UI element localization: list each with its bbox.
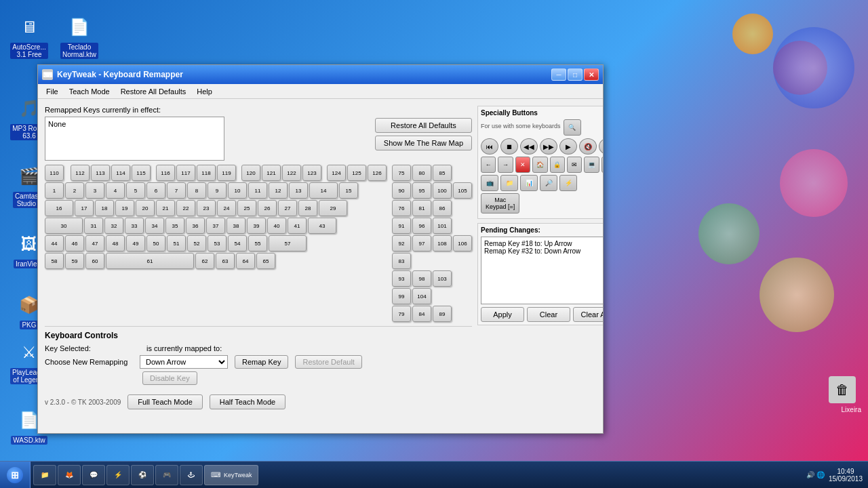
spec-btn-folder[interactable]: 📁: [500, 175, 518, 191]
key-29[interactable]: 29: [319, 200, 347, 216]
key-50[interactable]: 50: [146, 235, 165, 251]
recycle-icon[interactable]: 🗑: [829, 376, 856, 403]
spec-btn-prev[interactable]: ⏮: [481, 138, 498, 155]
key-106[interactable]: 106: [453, 235, 472, 251]
key-31[interactable]: 31: [84, 218, 103, 234]
spec-btn-play[interactable]: ▶: [559, 138, 577, 155]
key-75[interactable]: 75: [392, 165, 411, 181]
key-6[interactable]: 6: [146, 182, 165, 199]
key-59[interactable]: 59: [65, 253, 84, 269]
key-110[interactable]: 110: [45, 165, 64, 181]
spec-btn-mail[interactable]: ✉: [567, 157, 582, 173]
key-89[interactable]: 89: [433, 306, 452, 322]
key-108[interactable]: 108: [433, 235, 452, 251]
key-98[interactable]: 98: [412, 270, 431, 287]
close-button[interactable]: ✕: [584, 68, 599, 81]
disable-key-button[interactable]: Disable Key: [142, 371, 197, 385]
key-64[interactable]: 64: [236, 253, 255, 269]
spec-btn-mute[interactable]: 🔇: [579, 138, 597, 155]
key-116[interactable]: 116: [156, 165, 175, 181]
window-titlebar[interactable]: ⌨ KeyTweak - Keyboard Remapper ─ □ ✕: [38, 65, 603, 84]
key-53[interactable]: 53: [208, 235, 226, 251]
apply-button[interactable]: Apply: [481, 307, 524, 322]
spec-btn-stop[interactable]: ⏹: [500, 138, 518, 155]
desktop-icon-autoscreen[interactable]: 🖥 AutoScre...3.1 Free: [5, 14, 53, 59]
key-24[interactable]: 24: [217, 200, 236, 216]
remapped-box[interactable]: None: [45, 117, 224, 161]
key-122[interactable]: 122: [282, 165, 301, 181]
key-123[interactable]: 123: [302, 165, 321, 181]
key-47[interactable]: 47: [85, 235, 104, 251]
key-96[interactable]: 96: [412, 218, 431, 234]
spec-btn-computer[interactable]: 💻: [584, 157, 599, 173]
key-14[interactable]: 14: [309, 182, 338, 199]
key-80[interactable]: 80: [412, 165, 431, 181]
key-28[interactable]: 28: [298, 200, 317, 216]
taskbar-item-pokeball[interactable]: ⚽: [131, 465, 154, 485]
spec-btn-lock[interactable]: 🔒: [550, 157, 565, 173]
key-22[interactable]: 22: [176, 200, 195, 216]
mac-keypad-button[interactable]: MacKeypad [=]: [481, 193, 519, 214]
taskbar-item-firefox[interactable]: 🦊: [58, 465, 81, 485]
key-4[interactable]: 4: [106, 182, 125, 199]
key-93[interactable]: 93: [392, 270, 411, 287]
key-51[interactable]: 51: [167, 235, 186, 251]
key-115[interactable]: 115: [132, 165, 151, 181]
spec-btn-fwd[interactable]: ▶▶: [540, 138, 557, 155]
maximize-button[interactable]: □: [568, 68, 583, 81]
key-79[interactable]: 79: [392, 306, 411, 322]
half-teach-mode-button[interactable]: Half Teach Mode: [210, 394, 285, 409]
key-54[interactable]: 54: [228, 235, 247, 251]
key-92[interactable]: 92: [392, 235, 411, 251]
key-20[interactable]: 20: [136, 200, 155, 216]
key-3[interactable]: 3: [85, 182, 104, 199]
key-15[interactable]: 15: [339, 182, 358, 199]
key-32[interactable]: 32: [104, 218, 123, 234]
menu-help[interactable]: Help: [191, 86, 218, 97]
key-125[interactable]: 125: [347, 165, 366, 181]
key-58[interactable]: 58: [45, 253, 64, 269]
spec-btn-voldown[interactable]: 🔉: [599, 138, 603, 155]
specialty-icon-btn[interactable]: 🔍: [564, 119, 581, 136]
key-8[interactable]: 8: [187, 182, 206, 199]
key-5[interactable]: 5: [126, 182, 145, 199]
key-16[interactable]: 16: [45, 200, 73, 216]
key-11[interactable]: 11: [248, 182, 267, 199]
key-63[interactable]: 63: [216, 253, 235, 269]
key-76[interactable]: 76: [392, 200, 411, 216]
menu-file[interactable]: File: [41, 86, 64, 97]
key-30[interactable]: 30: [45, 218, 83, 234]
show-raw-map-button[interactable]: Show Me The Raw Map: [375, 136, 472, 150]
key-49[interactable]: 49: [126, 235, 145, 251]
key-34[interactable]: 34: [145, 218, 164, 234]
key-52[interactable]: 52: [187, 235, 206, 251]
remap-key-button[interactable]: Remap Key: [235, 355, 288, 369]
key-43[interactable]: 43: [308, 218, 336, 234]
taskbar-item-keytweak[interactable]: ⌨ KeyTweak: [204, 465, 258, 485]
key-35[interactable]: 35: [165, 218, 184, 234]
spec-btn-graph[interactable]: 📊: [520, 175, 538, 191]
key-84[interactable]: 84: [412, 306, 431, 322]
spec-btn-power[interactable]: ⚡: [559, 175, 577, 191]
restore-all-defaults-button[interactable]: Restore All Defaults: [375, 118, 472, 133]
key-105[interactable]: 105: [453, 182, 472, 199]
key-10[interactable]: 10: [228, 182, 247, 199]
key-26[interactable]: 26: [258, 200, 277, 216]
key-44[interactable]: 44: [45, 235, 64, 251]
key-117[interactable]: 117: [176, 165, 195, 181]
key-97[interactable]: 97: [412, 235, 431, 251]
full-teach-mode-button[interactable]: Full Teach Mode: [127, 394, 203, 409]
key-112[interactable]: 112: [71, 165, 90, 181]
spec-btn-monitor[interactable]: 📺: [481, 175, 498, 191]
key-113[interactable]: 113: [91, 165, 110, 181]
key-40[interactable]: 40: [267, 218, 286, 234]
key-95[interactable]: 95: [412, 182, 431, 199]
key-99[interactable]: 99: [392, 288, 411, 304]
key-13[interactable]: 13: [289, 182, 308, 199]
key-91[interactable]: 91: [392, 218, 411, 234]
taskbar-item-pikachu[interactable]: ⚡: [106, 465, 130, 485]
clear-all-button[interactable]: Clear All: [573, 307, 603, 322]
key-37[interactable]: 37: [206, 218, 225, 234]
taskbar-item-explorer[interactable]: 📁: [33, 465, 56, 485]
key-46[interactable]: 46: [65, 235, 84, 251]
